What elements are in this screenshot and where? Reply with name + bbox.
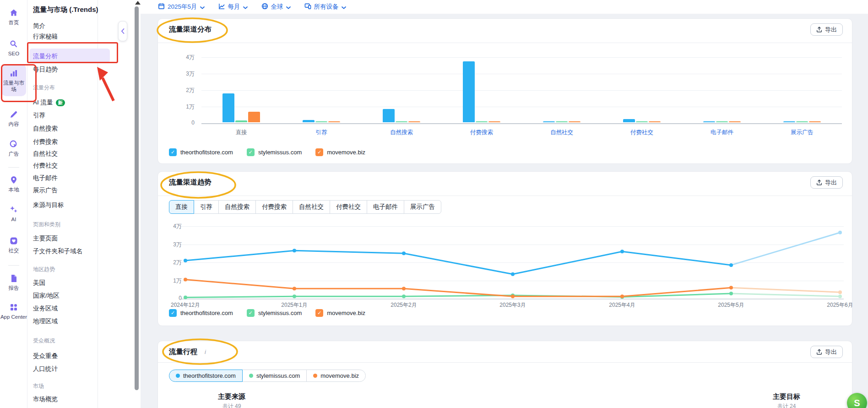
rail-item-reports[interactable]: 报告: [0, 274, 27, 291]
channel-tab[interactable]: 自然搜索: [218, 200, 256, 214]
domain-pill[interactable]: theorthofitstore.com: [169, 370, 243, 382]
sidebar-item[interactable]: 行家秘籍: [33, 31, 58, 43]
rail-item-home[interactable]: 首页: [0, 8, 27, 26]
sidebar-item[interactable]: 付费搜索: [33, 136, 58, 148]
legend-checkbox[interactable]: ✓: [315, 148, 323, 156]
legend-checkbox[interactable]: ✓: [247, 309, 255, 317]
export-button[interactable]: 导出: [810, 346, 843, 358]
category-label[interactable]: 自然社交: [530, 129, 594, 136]
bar-group: [543, 121, 580, 123]
category-label[interactable]: 付费社交: [610, 129, 674, 136]
rail-item-local[interactable]: 本地: [0, 175, 27, 193]
domain-pill[interactable]: stylemissus.com: [242, 370, 307, 382]
sidebar-item[interactable]: 付费社交: [33, 160, 58, 172]
bar: [488, 121, 500, 123]
sidebar-item[interactable]: 流量分析: [33, 50, 58, 62]
sidebar-item[interactable]: 市场概览: [33, 393, 58, 405]
sidebar-item[interactable]: 引荐: [33, 109, 45, 121]
sidebar-item-label: 自然社交: [33, 150, 58, 158]
channel-tab[interactable]: 付费社交: [330, 200, 367, 214]
chevron-down-icon: [342, 4, 346, 11]
sources-total: 共计 49: [222, 403, 241, 408]
sidebar-item[interactable]: AI 流量新: [33, 97, 65, 109]
legend-checkbox[interactable]: ✓: [315, 309, 323, 317]
sidebar-item-label: 市场概览: [33, 395, 58, 403]
card-title: 流量渠道分布: [169, 25, 212, 34]
x-axis-label: 2025年5月: [701, 301, 761, 309]
legend-item: ✓ theorthofitstore.com: [169, 148, 233, 156]
category-label[interactable]: 引荐: [289, 129, 353, 136]
sidebar-item[interactable]: 受众重叠: [33, 350, 58, 362]
bar-group: [623, 119, 661, 122]
sidebar-item[interactable]: 来源与目标: [33, 199, 64, 211]
bar: [716, 121, 728, 123]
channel-tab[interactable]: 电子邮件: [367, 200, 404, 214]
sidebar-item[interactable]: 国家/地区: [33, 290, 60, 302]
legend-checkbox[interactable]: ✓: [247, 148, 255, 156]
sidebar-item-label: 地理区域: [33, 317, 58, 326]
secondary-sidebar: 流量与市场 (.Trends) 简介行家秘籍流量分析每日趋势流量分布AI 流量新…: [27, 0, 141, 408]
y-axis-tick: 1万: [156, 277, 182, 285]
gridline: [201, 107, 842, 107]
sidebar-item[interactable]: 子文件夹和子域名: [33, 245, 82, 257]
sidebar-item-label: 地区趋势: [33, 266, 55, 273]
rail-item-social[interactable]: 社交: [0, 236, 27, 254]
legend-checkbox[interactable]: ✓: [169, 148, 177, 156]
domain-pill-switcher: theorthofitstore.com stylemissus.com mov…: [169, 370, 366, 382]
channel-tab[interactable]: 直接: [169, 200, 194, 214]
sidebar-collapse-button[interactable]: [118, 21, 127, 41]
bar: [703, 121, 715, 123]
rail-item-seo[interactable]: SEO: [0, 39, 27, 57]
sidebar-section-label: 页面和类别: [33, 218, 60, 230]
scrollbar-up-arrow[interactable]: [135, 1, 141, 5]
bar: [396, 121, 407, 123]
sidebar-item[interactable]: 每日趋势: [33, 64, 58, 76]
domain-pill[interactable]: movemove.biz: [306, 370, 366, 382]
export-button[interactable]: 导出: [810, 23, 843, 36]
sidebar-item[interactable]: 人口统计: [33, 363, 58, 375]
sidebar-item-label: 每日趋势: [33, 65, 58, 74]
rail-item-traffic[interactable]: 流量与市场: [1, 64, 26, 96]
export-button[interactable]: 导出: [810, 176, 843, 189]
filter-region[interactable]: 全球: [261, 3, 291, 11]
filter-interval[interactable]: 每月: [218, 3, 248, 11]
channel-tab[interactable]: 引荐: [194, 200, 219, 214]
trend-icon: [218, 3, 225, 11]
channel-tab[interactable]: 展示广告: [404, 200, 441, 214]
rail-item-label: 内容: [9, 121, 19, 127]
sidebar-item[interactable]: 展示广告: [33, 185, 58, 196]
category-label[interactable]: 展示广告: [770, 129, 834, 136]
y-axis-tick: 4万: [169, 54, 195, 61]
export-icon: [816, 180, 822, 185]
export-icon: [816, 349, 822, 355]
rail-item-apps[interactable]: App Center: [0, 303, 27, 320]
info-icon[interactable]: i: [205, 348, 206, 355]
rail-item-ads[interactable]: 广告: [0, 140, 27, 157]
card-traffic-channel-distribution: 流量渠道分布 导出 4万3万2万1万0直接引荐自然搜索付费搜索自然社交付费社交电…: [157, 18, 852, 164]
bar: [476, 121, 488, 123]
sidebar-item[interactable]: 电子邮件: [33, 172, 58, 184]
x-axis-label: 2025年1月: [265, 301, 324, 309]
filter-device[interactable]: 所有设备: [304, 3, 346, 11]
sidebar-item[interactable]: 自然搜索: [33, 123, 58, 135]
channel-tab[interactable]: 自然社交: [293, 200, 330, 214]
sidebar-item[interactable]: 美国: [33, 277, 45, 289]
sidebar-item[interactable]: 自然社交: [33, 148, 58, 160]
rail-item-ai[interactable]: AI: [0, 205, 27, 223]
sidebar-item[interactable]: 主要页面: [33, 233, 58, 245]
gridline: [181, 281, 844, 281]
category-label[interactable]: 电子邮件: [690, 129, 754, 136]
calendar-icon: [158, 3, 165, 11]
legend-checkbox[interactable]: ✓: [169, 309, 177, 317]
rail-item-content[interactable]: 内容: [0, 110, 27, 127]
category-label[interactable]: 自然搜索: [369, 129, 434, 136]
sidebar-item[interactable]: 业务区域: [33, 303, 58, 315]
bar: [408, 121, 420, 123]
channel-tab[interactable]: 付费搜索: [255, 200, 293, 214]
filter-date[interactable]: 2025年5月: [158, 3, 205, 11]
category-label[interactable]: 付费搜索: [450, 129, 514, 136]
domain-pill-label: stylemissus.com: [256, 372, 300, 379]
sidebar-item[interactable]: 地理区域: [33, 316, 58, 327]
page-scrollbar[interactable]: [135, 6, 139, 390]
bar: [783, 121, 795, 123]
